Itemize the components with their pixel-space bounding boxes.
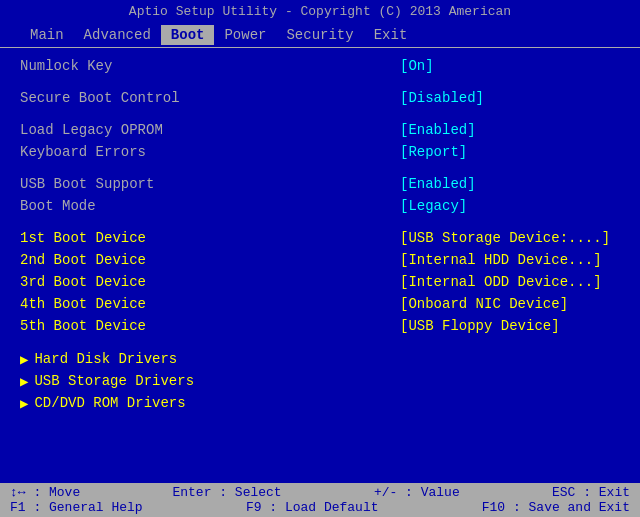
submenu-item[interactable]: ▶CD/DVD ROM Drivers <box>20 394 620 412</box>
setting-row: USB Boot Support[Enabled] <box>20 176 620 194</box>
spacer <box>20 112 620 118</box>
setting-label: Numlock Key <box>20 58 400 74</box>
menu-item-power[interactable]: Power <box>214 25 276 45</box>
spacer <box>20 166 620 172</box>
setting-label: Load Legacy OPROM <box>20 122 400 138</box>
setting-value: [Disabled] <box>400 90 620 106</box>
submenu-arrow-icon: ▶ <box>20 351 28 368</box>
setting-label: 1st Boot Device <box>20 230 400 246</box>
status-item: F9 : Load Default <box>246 500 379 515</box>
setting-value[interactable]: [Onboard NIC Device] <box>400 296 620 312</box>
status-item: ↕↔ : Move <box>10 485 80 500</box>
menu-item-advanced[interactable]: Advanced <box>74 25 161 45</box>
setting-value: [Enabled] <box>400 122 620 138</box>
status-item: ESC : Exit <box>552 485 630 500</box>
setting-row: Boot Mode[Legacy] <box>20 198 620 216</box>
spacer <box>20 80 620 86</box>
setting-row: Load Legacy OPROM[Enabled] <box>20 122 620 140</box>
setting-row: Secure Boot Control[Disabled] <box>20 90 620 108</box>
submenu-item[interactable]: ▶Hard Disk Drivers <box>20 350 620 368</box>
status-item: Enter : Select <box>172 485 281 500</box>
setting-label: 4th Boot Device <box>20 296 400 312</box>
submenu-label: USB Storage Drivers <box>34 373 194 389</box>
setting-label: 5th Boot Device <box>20 318 400 334</box>
setting-label: Secure Boot Control <box>20 90 400 106</box>
setting-label: USB Boot Support <box>20 176 400 192</box>
setting-label: Boot Mode <box>20 198 400 214</box>
menu-item-exit[interactable]: Exit <box>364 25 418 45</box>
setting-row: 1st Boot Device[USB Storage Device:....] <box>20 230 620 248</box>
setting-value: [Report] <box>400 144 620 160</box>
menu-item-security[interactable]: Security <box>276 25 363 45</box>
menu-item-boot[interactable]: Boot <box>161 25 215 45</box>
status-row-2: F1 : General HelpF9 : Load DefaultF10 : … <box>10 500 630 515</box>
setting-value[interactable]: [Internal ODD Device...] <box>400 274 620 290</box>
spacer <box>20 220 620 226</box>
setting-row: 5th Boot Device[USB Floppy Device] <box>20 318 620 336</box>
menu-bar: MainAdvancedBootPowerSecurityExit <box>0 23 640 48</box>
setting-value: [Enabled] <box>400 176 620 192</box>
setting-row: Numlock Key[On] <box>20 58 620 76</box>
status-item: F10 : Save and Exit <box>482 500 630 515</box>
title-text: Aptio Setup Utility - Copyright (C) 2013… <box>129 4 511 19</box>
setting-value[interactable]: [Internal HDD Device...] <box>400 252 620 268</box>
setting-label: 2nd Boot Device <box>20 252 400 268</box>
setting-value[interactable]: [USB Storage Device:....] <box>400 230 620 246</box>
status-item: +/- : Value <box>374 485 460 500</box>
setting-label: Keyboard Errors <box>20 144 400 160</box>
setting-row: Keyboard Errors[Report] <box>20 144 620 162</box>
setting-row: 4th Boot Device[Onboard NIC Device] <box>20 296 620 314</box>
status-item: F1 : General Help <box>10 500 143 515</box>
setting-row: 3rd Boot Device[Internal ODD Device...] <box>20 274 620 292</box>
setting-value[interactable]: [USB Floppy Device] <box>400 318 620 334</box>
submenu-arrow-icon: ▶ <box>20 373 28 390</box>
menu-item-main[interactable]: Main <box>20 25 74 45</box>
setting-row: 2nd Boot Device[Internal HDD Device...] <box>20 252 620 270</box>
submenu-label: CD/DVD ROM Drivers <box>34 395 185 411</box>
title-bar: Aptio Setup Utility - Copyright (C) 2013… <box>0 0 640 23</box>
submenu-arrow-icon: ▶ <box>20 395 28 412</box>
content-area: Numlock Key[On]Secure Boot Control[Disab… <box>0 48 640 422</box>
submenu-item[interactable]: ▶USB Storage Drivers <box>20 372 620 390</box>
spacer <box>20 340 620 346</box>
setting-value: [On] <box>400 58 620 74</box>
setting-label: 3rd Boot Device <box>20 274 400 290</box>
setting-value: [Legacy] <box>400 198 620 214</box>
status-row-1: ↕↔ : MoveEnter : Select+/- : ValueESC : … <box>10 485 630 500</box>
status-bar: ↕↔ : MoveEnter : Select+/- : ValueESC : … <box>0 483 640 517</box>
submenu-label: Hard Disk Drivers <box>34 351 177 367</box>
